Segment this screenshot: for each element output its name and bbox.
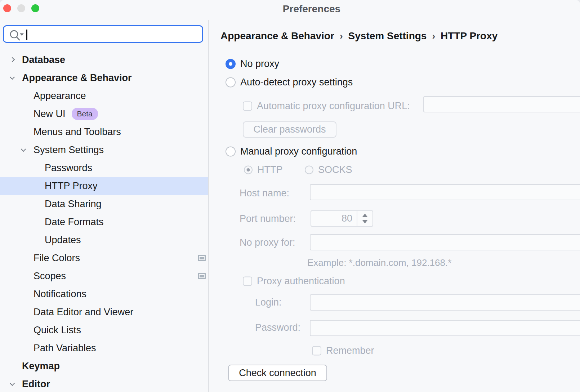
sidebar-item-label: HTTP Proxy xyxy=(45,181,98,192)
sidebar-item-editor[interactable]: Editor xyxy=(0,375,208,392)
sidebar-item-passwords[interactable]: Passwords xyxy=(0,159,208,177)
checkbox-unchecked-icon xyxy=(243,276,252,286)
host-name-label: Host name: xyxy=(240,188,289,199)
radio-unselected-icon xyxy=(226,146,236,156)
sidebar-item-appearance-behavior[interactable]: Appearance & Behavior xyxy=(0,69,208,87)
sidebar-item-label: Updates xyxy=(45,235,81,246)
radio-unselected-icon xyxy=(226,77,236,87)
screen-icon xyxy=(198,255,206,261)
breadcrumb-segment-system-settings[interactable]: System Settings xyxy=(348,30,427,42)
sidebar-item-data-sharing[interactable]: Data Sharing xyxy=(0,195,208,213)
proxy-authentication-label: Proxy authentication xyxy=(257,276,345,287)
radio-manual-proxy-label: Manual proxy configuration xyxy=(240,146,357,157)
password-label: Password: xyxy=(255,322,300,333)
radio-http[interactable]: HTTP xyxy=(244,164,283,175)
breadcrumb: Appearance & Behavior›System Settings›HT… xyxy=(220,30,498,42)
checkbox-remember[interactable]: Remember xyxy=(312,345,374,356)
sidebar-item-path-variables[interactable]: Path Variables xyxy=(0,339,208,357)
chevron-down-icon[interactable] xyxy=(10,75,15,80)
radio-selected-icon xyxy=(226,59,236,69)
pac-url-field[interactable] xyxy=(423,96,580,112)
sidebar-item-system-settings[interactable]: System Settings xyxy=(0,141,208,159)
login-field[interactable] xyxy=(310,294,580,311)
sidebar-item-label: Data Sharing xyxy=(45,199,102,210)
sidebar-item-label: Passwords xyxy=(45,162,92,174)
sidebar-item-label: Quick Lists xyxy=(34,325,81,336)
breadcrumb-separator: › xyxy=(340,31,343,42)
host-name-field[interactable] xyxy=(310,184,580,200)
sidebar-item-menus-and-toolbars[interactable]: Menus and Toolbars xyxy=(0,123,208,141)
clear-passwords-button[interactable]: Clear passwords xyxy=(243,121,336,138)
sidebar-item-label: System Settings xyxy=(34,144,104,156)
sidebar-item-updates[interactable]: Updates xyxy=(0,231,208,249)
sidebar-item-label: Data Editor and Viewer xyxy=(34,307,133,318)
checkbox-proxy-authentication[interactable]: Proxy authentication xyxy=(243,276,345,287)
sidebar-item-label: Editor xyxy=(22,379,50,390)
no-proxy-for-field[interactable] xyxy=(310,234,580,250)
sidebar-item-label: File Colors xyxy=(34,253,80,264)
sidebar-item-label: New UIBeta xyxy=(34,108,98,120)
sidebar-item-label: Keymap xyxy=(22,361,60,372)
sidebar-item-file-colors[interactable]: File Colors xyxy=(0,249,208,267)
radio-no-proxy-label: No proxy xyxy=(240,58,279,70)
checkbox-unchecked-icon xyxy=(243,101,252,111)
breadcrumb-separator: › xyxy=(432,31,435,42)
radio-socks[interactable]: SOCKS xyxy=(305,164,352,175)
radio-no-proxy[interactable]: No proxy xyxy=(226,58,279,70)
remember-label: Remember xyxy=(326,345,374,356)
settings-sidebar: DatabaseAppearance & BehaviorAppearanceN… xyxy=(0,0,208,392)
stepper-arrows[interactable] xyxy=(357,211,372,226)
password-field[interactable] xyxy=(310,320,580,336)
stepper-down-icon xyxy=(362,220,368,223)
pac-url-label: Automatic proxy configuration URL: xyxy=(257,101,410,112)
no-proxy-for-hint: Example: *.domain.com, 192.168.* xyxy=(307,257,451,268)
sidebar-item-data-editor-and-viewer[interactable]: Data Editor and Viewer xyxy=(0,303,208,321)
radio-auto-detect[interactable]: Auto-detect proxy settings xyxy=(226,77,353,88)
breadcrumb-segment-http-proxy[interactable]: HTTP Proxy xyxy=(441,30,498,42)
sidebar-item-label: Scopes xyxy=(34,271,66,282)
sidebar-item-label: Appearance xyxy=(34,90,86,102)
breadcrumb-segment-appearance-behavior[interactable]: Appearance & Behavior xyxy=(220,30,334,42)
screen-icon xyxy=(198,273,206,279)
chevron-down-icon[interactable] xyxy=(21,147,26,152)
chevron-right-icon[interactable] xyxy=(10,57,15,62)
text-cursor xyxy=(26,30,27,40)
sidebar-item-label: Menus and Toolbars xyxy=(34,126,121,138)
check-connection-button[interactable]: Check connection xyxy=(228,365,327,381)
sidebar-item-label: Appearance & Behavior xyxy=(22,72,132,84)
radio-unselected-disabled-icon xyxy=(305,165,313,174)
checkbox-unchecked-icon xyxy=(312,346,321,355)
sidebar-item-scopes[interactable]: Scopes xyxy=(0,267,208,285)
sidebar-item-http-proxy[interactable]: HTTP Proxy xyxy=(0,177,208,195)
preferences-window: Preferences DatabaseAppearance & Behavio… xyxy=(0,0,580,392)
sidebar-item-database[interactable]: Database xyxy=(0,51,208,69)
sidebar-item-appearance[interactable]: Appearance xyxy=(0,87,208,105)
sidebar-item-label: Path Variables xyxy=(34,343,96,354)
radio-manual-proxy[interactable]: Manual proxy configuration xyxy=(226,146,357,157)
radio-http-label: HTTP xyxy=(257,164,283,175)
sidebar-item-quick-lists[interactable]: Quick Lists xyxy=(0,321,208,339)
checkbox-pac-url[interactable]: Automatic proxy configuration URL: xyxy=(243,101,410,112)
chevron-down-icon[interactable] xyxy=(10,381,15,386)
sidebar-divider[interactable] xyxy=(208,20,209,392)
beta-badge: Beta xyxy=(72,108,98,120)
window-title: Preferences xyxy=(283,3,340,15)
sidebar-item-label: Notifications xyxy=(34,289,86,300)
sidebar-item-label: Database xyxy=(22,54,65,66)
no-proxy-for-label: No proxy for: xyxy=(240,237,295,248)
stepper-up-icon xyxy=(362,214,368,217)
sidebar-item-keymap[interactable]: Keymap xyxy=(0,357,208,375)
radio-auto-detect-label: Auto-detect proxy settings xyxy=(240,77,353,88)
radio-socks-label: SOCKS xyxy=(318,164,352,175)
port-number-stepper[interactable] xyxy=(311,210,373,227)
port-number-field[interactable] xyxy=(311,211,357,226)
search-input[interactable] xyxy=(3,25,203,43)
settings-tree: DatabaseAppearance & BehaviorAppearanceN… xyxy=(0,51,208,392)
search-icon[interactable] xyxy=(9,29,24,43)
sidebar-item-notifications[interactable]: Notifications xyxy=(0,285,208,303)
radio-selected-disabled-icon xyxy=(244,165,253,174)
sidebar-item-date-formats[interactable]: Date Formats xyxy=(0,213,208,231)
login-label: Login: xyxy=(255,297,282,308)
sidebar-item-new-ui[interactable]: New UIBeta xyxy=(0,105,208,123)
port-number-label: Port number: xyxy=(240,213,296,224)
